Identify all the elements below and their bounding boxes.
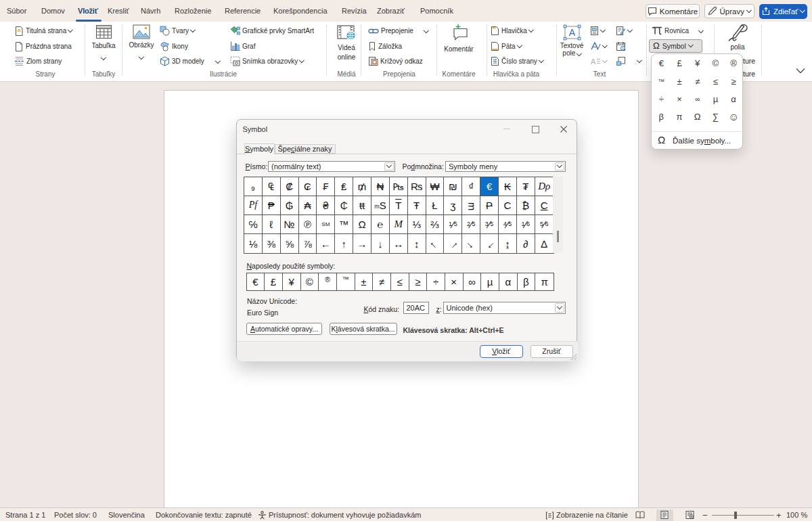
svg-text:A: A [568,27,575,38]
svg-text:A: A [591,58,596,66]
